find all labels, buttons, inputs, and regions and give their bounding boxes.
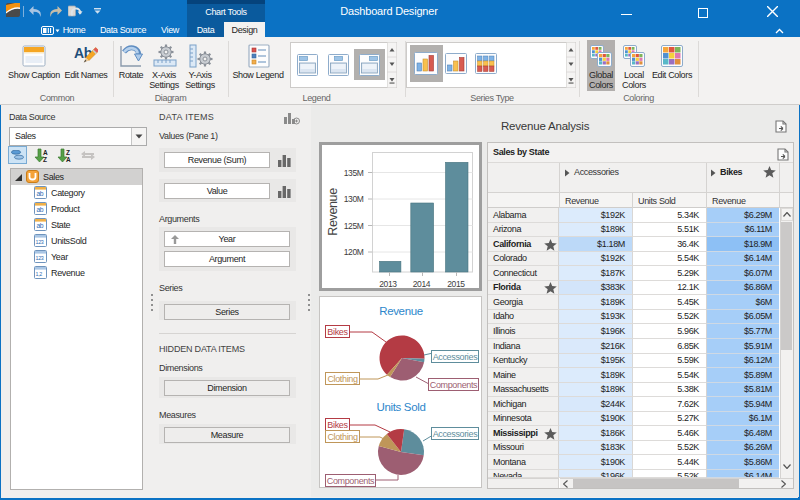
svg-text:A: A [43,149,48,156]
svg-text:135M: 135M [344,168,364,178]
svg-text:ab: ab [36,190,43,197]
svg-text:125M: 125M [344,221,364,231]
svg-text:130M: 130M [344,194,364,204]
svg-text:ab: ab [36,222,43,229]
svg-text:1,2: 1,2 [36,271,43,277]
svg-text:Units Sold: Units Sold [377,401,426,413]
svg-text:ab: ab [36,206,43,213]
svg-text:120M: 120M [344,247,364,257]
svg-text:123: 123 [36,239,44,245]
svg-text:Z: Z [66,149,70,156]
svg-text:2014: 2014 [413,279,431,289]
svg-text:Revenue: Revenue [379,305,423,317]
svg-text:123: 123 [36,255,44,261]
svg-text:A: A [66,156,71,163]
svg-text:2015: 2015 [447,279,465,289]
svg-text:Z: Z [43,156,47,163]
svg-text:2013: 2013 [379,279,397,289]
